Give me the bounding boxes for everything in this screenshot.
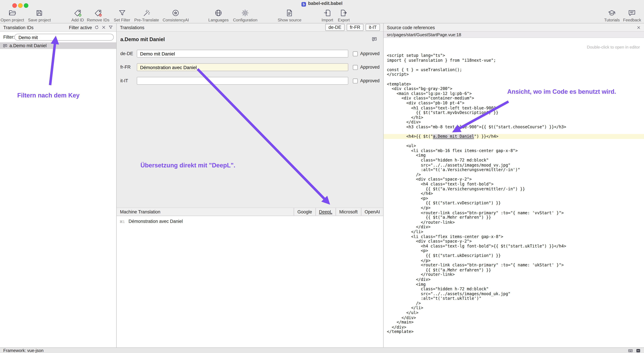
code-line: <router-link class="btn-primary" :to="{ … xyxy=(384,263,644,267)
deepl-annotation: Übersetzung direkt mit "DeepL". xyxy=(140,162,235,168)
app-document-icon: b xyxy=(302,2,306,7)
code-line: <ul> xyxy=(384,144,644,148)
consistency-ai-icon xyxy=(172,9,180,17)
refresh-filter-icon[interactable] xyxy=(94,25,99,30)
code-line: <h4 class="text-lg font-bold">{{ $t("sta… xyxy=(384,244,644,248)
close-panel-icon[interactable] xyxy=(636,25,641,29)
main-area: Translation IDs Filter active Filter: a.… xyxy=(0,24,644,347)
translation-row-fr-FR: fr-FR Approved xyxy=(117,63,383,71)
translation-input-fr-FR[interactable] xyxy=(137,63,348,71)
tab-deepl[interactable]: DeepL xyxy=(315,208,336,215)
status-icons xyxy=(628,348,641,353)
highlighted-code-line[interactable]: <h4>{{ $t("a.Demo mit Daniel") }}</h4> xyxy=(384,134,644,139)
highlighted-translation-key: a.Demo mit Daniel xyxy=(433,134,474,139)
code-line: <router-link class="btn-primary" :to="{ … xyxy=(384,210,644,215)
tab-de-DE[interactable]: de-DE xyxy=(325,24,344,31)
toolbar: Open project Save project Add ID Remove … xyxy=(0,8,644,24)
code-line: </div> xyxy=(384,325,644,329)
code-line xyxy=(384,77,644,82)
code-line xyxy=(384,129,644,134)
filter-icon[interactable] xyxy=(108,25,113,30)
code-line: <script setup lang="ts"> xyxy=(384,53,644,58)
configuration-button[interactable]: Configuration xyxy=(233,9,257,22)
code-line: </div> xyxy=(384,120,644,124)
code-line: </router-link> xyxy=(384,220,644,225)
tab-fr-FR[interactable]: fr-FR xyxy=(346,24,364,31)
code-line: <img xyxy=(384,282,644,287)
language-label: de-DE xyxy=(120,50,133,58)
code-line: <p> xyxy=(384,196,644,201)
open-project-icon xyxy=(8,9,16,17)
translation-input-de-DE[interactable] xyxy=(137,50,348,58)
translation-ids-title: Translation IDs xyxy=(3,25,34,30)
code-view[interactable]: <script setup lang="ts">import { useTran… xyxy=(384,53,644,347)
tab-it-IT[interactable]: it-IT xyxy=(366,24,380,31)
import-button[interactable]: Import xyxy=(322,9,333,22)
window-title-area: bbabel-edit.babel xyxy=(0,1,644,7)
language-label: it-IT xyxy=(120,77,128,85)
keyboard-icon[interactable] xyxy=(628,348,633,353)
code-line: <div class="container-medium"> xyxy=(384,96,644,101)
code-line: <li class="flex items-center gap-x-8"> xyxy=(384,234,644,239)
code-line: class="hidden h-72 md:block" xyxy=(384,287,644,291)
code-line: </li> xyxy=(384,306,644,310)
save-project-button[interactable]: Save project xyxy=(28,9,51,22)
comment-bubble-icon xyxy=(3,43,8,48)
set-filter-button[interactable]: Set Filter xyxy=(114,9,130,22)
code-line: <h3 class="mb-8 text-blue-900">{{ $t("st… xyxy=(384,125,644,129)
show-source-icon xyxy=(286,9,293,17)
mt-result-shortcut: ⌘1 xyxy=(120,220,124,224)
code-line: <div class="space-y-2"> xyxy=(384,239,644,244)
filter-input[interactable] xyxy=(14,34,114,41)
comments-icon[interactable] xyxy=(372,37,377,42)
tab-google[interactable]: Google xyxy=(294,208,315,215)
import-icon xyxy=(324,9,331,17)
pre-translate-button[interactable]: Pre-Translate xyxy=(134,9,159,22)
consistency-ai-button[interactable]: ConsistencyAI xyxy=(163,9,189,22)
add-id-button[interactable]: Add ID xyxy=(72,9,84,22)
approved-checkbox-de-DE[interactable] xyxy=(353,51,358,56)
translations-header: Translations de-DE fr-FR it-IT xyxy=(117,24,383,32)
tab-openai[interactable]: OpenAI xyxy=(361,208,383,215)
code-line: <h4 class="text-lg font-bold"> xyxy=(384,182,644,186)
open-in-editor-hint: Double-click to open in editor xyxy=(587,45,640,49)
set-filter-icon xyxy=(118,9,126,17)
mt-result-text[interactable]: Démonstration avec Daniel xyxy=(128,219,183,223)
status-bar: Framework: vue-json xyxy=(0,347,644,353)
tutorials-button[interactable]: Tutorials xyxy=(604,9,620,22)
open-project-button[interactable]: Open project xyxy=(0,9,24,22)
clear-filter-icon[interactable] xyxy=(102,25,106,30)
languages-button[interactable]: Languages xyxy=(208,9,229,22)
translation-ids-header: Translation IDs Filter active xyxy=(0,24,116,32)
translation-id-item[interactable]: a.Demo mit Daniel xyxy=(0,42,116,49)
code-line: {{ $t("start.vvDescription") }} xyxy=(384,201,644,205)
show-source-button[interactable]: Show source xyxy=(278,9,302,22)
code-line: import { useTranslation } from "i18next-… xyxy=(384,58,644,63)
export-button[interactable]: Export xyxy=(338,9,350,22)
code-line: </script> xyxy=(384,72,644,77)
code-line: :alt="t('a.Versicherungsvermittler/-in')… xyxy=(384,167,644,172)
translation-input-it-IT[interactable] xyxy=(137,77,348,85)
feedback-button[interactable]: Feedback xyxy=(623,9,641,22)
code-lines-after: <ul> <li class="mb-16 flex items-center … xyxy=(384,139,644,334)
code-line: </p> xyxy=(384,205,644,210)
panel-toggle-icon[interactable] xyxy=(636,348,641,353)
approved-checkbox-it-IT[interactable] xyxy=(353,78,358,83)
code-line: </main> xyxy=(384,320,644,325)
code-line: :alt="t('start.ukTitle')" xyxy=(384,296,644,301)
code-line: </div> xyxy=(384,315,644,320)
source-references-header: Source code references xyxy=(384,24,644,32)
code-text: <h4>{{ $t(" xyxy=(387,134,433,139)
code-line: {{ $t("start.myvbvDescription") }} xyxy=(384,110,644,115)
code-line: const { t } = useTranslation(); xyxy=(384,67,644,72)
remove-ids-button[interactable]: Remove IDs xyxy=(87,9,110,22)
machine-translation-tabs: Google DeepL Microsoft OpenAI xyxy=(294,208,383,215)
code-line: {{ $t("start.ukDescription") }} xyxy=(384,253,644,258)
framework-label: Framework: vue-json xyxy=(3,348,44,353)
source-references-title: Source code references xyxy=(387,25,435,30)
translation-row-it-IT: it-IT Approved xyxy=(117,77,383,85)
entry-title: a.Demo mit Daniel xyxy=(120,37,165,42)
tab-microsoft[interactable]: Microsoft xyxy=(336,208,361,215)
approved-checkbox-fr-FR[interactable] xyxy=(353,65,358,70)
file-reference[interactable]: src/pages/start/GuestStartPage.vue:18 xyxy=(384,32,644,38)
